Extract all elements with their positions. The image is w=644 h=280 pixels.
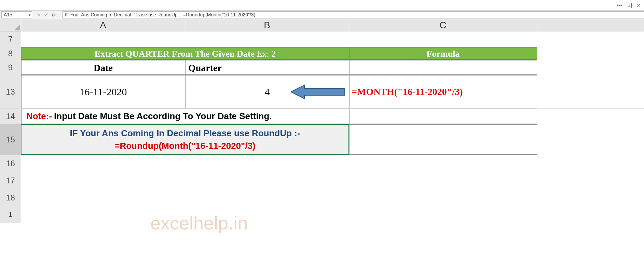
cell-B16[interactable] [185, 155, 349, 172]
cell-A17[interactable] [21, 172, 185, 189]
more-icon[interactable]: ••• [617, 2, 622, 9]
row-header-18[interactable]: 18 [0, 189, 21, 206]
cell-C19[interactable] [349, 206, 537, 223]
cell-D17[interactable] [537, 172, 644, 189]
cell-B19[interactable] [185, 206, 349, 223]
quarter-value-cell[interactable]: 4 [185, 75, 349, 108]
cell-D7[interactable] [537, 31, 644, 47]
cell-B18[interactable] [185, 189, 349, 206]
cell-D13[interactable] [537, 75, 644, 108]
date-header-cell[interactable]: Date [21, 60, 185, 75]
row-19: 1 [0, 206, 644, 223]
row-header-13[interactable]: 13 [0, 75, 21, 108]
note-merged-cell[interactable]: Note:- Input Date Must Be According To Y… [21, 109, 349, 124]
col-header-B[interactable]: B [185, 19, 349, 31]
row-13: 13 16-11-2020 4 =MONTH("16-11-2020"/3) [0, 75, 644, 109]
cell-A16[interactable] [21, 155, 185, 172]
cell-D9[interactable] [537, 60, 644, 75]
cell-D18[interactable] [537, 189, 644, 206]
name-box-value: A15 [4, 12, 12, 17]
formula-bar-icons: ✕ ✓ fx [37, 12, 58, 17]
note-text: Input Date Must Be According To Your Dat… [54, 111, 272, 122]
roundup-line2: =Roundup(Month("16-11-2020"/3) [114, 141, 256, 151]
select-all-corner[interactable] [0, 19, 21, 31]
title-main: Extract QUARTER From The Given Date [95, 49, 257, 59]
row-header-14[interactable]: 14 [0, 109, 21, 124]
cell-A7[interactable] [21, 31, 185, 47]
name-box[interactable]: A15 ▾ [1, 11, 32, 18]
col-header-extra[interactable] [537, 19, 644, 31]
arrow-left-icon [291, 84, 345, 99]
cell-D14[interactable] [537, 109, 644, 124]
column-headers: A B C [0, 19, 644, 31]
cell-D15[interactable] [537, 124, 644, 155]
row-header-16[interactable]: 16 [0, 155, 21, 172]
row-header-7[interactable]: 7 [0, 31, 21, 47]
cell-C15[interactable] [349, 124, 537, 155]
row-header-9[interactable]: 9 [0, 60, 21, 75]
row-8: 8 Extract QUARTER From The Given Date Ex… [0, 47, 644, 60]
dropdown-icon[interactable]: ▾ [29, 13, 30, 17]
cell-C18[interactable] [349, 189, 537, 206]
svg-marker-0 [14, 24, 20, 30]
grid-rows: 7 8 Extract QUARTER From The Given Date … [0, 31, 644, 223]
roundup-line1: IF Your Ans Coming In Decimal Please use… [70, 128, 300, 139]
title-ex: Ex: 2 [257, 49, 276, 59]
row-header-17[interactable]: 17 [0, 172, 21, 189]
row-15: 15 IF Your Ans Coming In Decimal Please … [0, 124, 644, 155]
row-14: 14 Note:- Input Date Must Be According T… [0, 109, 644, 124]
date-value-cell[interactable]: 16-11-2020 [21, 75, 185, 108]
roundup-merged-cell[interactable]: IF Your Ans Coming In Decimal Please use… [21, 124, 349, 155]
cell-D16[interactable] [537, 155, 644, 172]
restore-icon[interactable]: ▵ [627, 3, 632, 8]
cell-B7[interactable] [185, 31, 349, 47]
cell-C9[interactable] [349, 60, 537, 75]
svg-marker-1 [291, 85, 345, 99]
row-18: 18 [0, 189, 644, 206]
row-17: 17 [0, 172, 644, 189]
quarter-header-cell[interactable]: Quarter [185, 60, 349, 75]
window-controls: ••• ▵ × [617, 1, 641, 9]
formula-bar-text: IF Your Ans Coming In Decimal Please use… [65, 12, 255, 17]
title-merged-cell[interactable]: Extract QUARTER From The Given Date Ex: … [21, 47, 349, 60]
worksheet: A B C 7 8 Extract QUARTER From The Given… [0, 19, 644, 223]
quarter-value: 4 [265, 86, 270, 98]
close-icon[interactable]: × [636, 1, 641, 9]
cell-C14[interactable] [349, 109, 537, 124]
col-header-A[interactable]: A [21, 19, 185, 31]
cancel-icon[interactable]: ✕ [37, 12, 41, 17]
row-7: 7 [0, 31, 644, 47]
row-9: 9 Date Quarter [0, 60, 644, 75]
col-header-C[interactable]: C [349, 19, 537, 31]
fx-icon[interactable]: fx [52, 12, 56, 17]
cell-C7[interactable] [349, 31, 537, 47]
cell-D19[interactable] [537, 206, 644, 223]
row-header-8[interactable]: 8 [0, 47, 21, 60]
enter-icon[interactable]: ✓ [44, 12, 49, 17]
row-16: 16 [0, 155, 644, 172]
formula-value-cell[interactable]: =MONTH("16-11-2020"/3) [349, 75, 537, 108]
cell-C17[interactable] [349, 172, 537, 189]
cell-B17[interactable] [185, 172, 349, 189]
cell-A19[interactable] [21, 206, 185, 223]
formula-bar-input[interactable]: IF Your Ans Coming In Decimal Please use… [63, 11, 644, 18]
row-header-15[interactable]: 15 [0, 124, 21, 155]
formula-bar-row: A15 ▾ ✕ ✓ fx IF Your Ans Coming In Decim… [0, 10, 644, 19]
row-header-19[interactable]: 1 [0, 206, 21, 223]
cell-C16[interactable] [349, 155, 537, 172]
cell-A18[interactable] [21, 189, 185, 206]
formula-header-cell[interactable]: Formula [349, 47, 537, 60]
cell-D8[interactable] [537, 47, 644, 60]
note-label: Note:- [26, 111, 52, 122]
